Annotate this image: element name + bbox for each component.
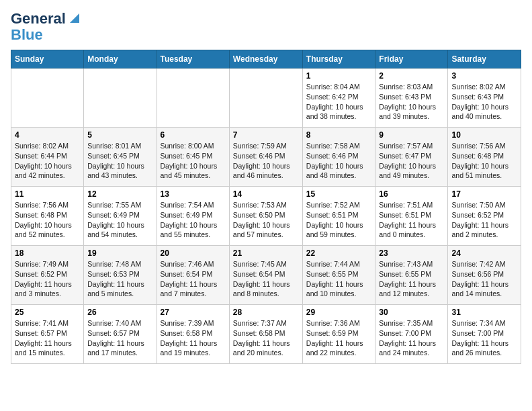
day-number: 2 [379, 71, 444, 81]
day-cell: 28Sunrise: 7:37 AM Sunset: 6:58 PM Dayli… [229, 305, 302, 364]
day-cell: 27Sunrise: 7:39 AM Sunset: 6:58 PM Dayli… [157, 305, 229, 364]
week-row-3: 11Sunrise: 7:56 AM Sunset: 6:48 PM Dayli… [11, 187, 521, 246]
day-header-sunday: Sunday [11, 50, 84, 68]
day-cell: 8Sunrise: 7:58 AM Sunset: 6:46 PM Daylig… [302, 128, 375, 187]
day-info: Sunrise: 7:35 AM Sunset: 7:00 PM Dayligh… [379, 318, 444, 358]
day-info: Sunrise: 7:45 AM Sunset: 6:54 PM Dayligh… [233, 259, 299, 299]
day-cell: 26Sunrise: 7:40 AM Sunset: 6:57 PM Dayli… [84, 305, 157, 364]
day-info: Sunrise: 7:58 AM Sunset: 6:46 PM Dayligh… [306, 141, 372, 181]
day-cell: 10Sunrise: 7:56 AM Sunset: 6:48 PM Dayli… [448, 128, 521, 187]
day-number: 14 [233, 189, 299, 199]
day-info: Sunrise: 7:43 AM Sunset: 6:55 PM Dayligh… [379, 259, 444, 299]
day-cell: 12Sunrise: 7:55 AM Sunset: 6:49 PM Dayli… [84, 187, 157, 246]
day-info: Sunrise: 7:50 AM Sunset: 6:52 PM Dayligh… [451, 200, 517, 240]
day-number: 11 [15, 189, 80, 199]
day-cell: 13Sunrise: 7:54 AM Sunset: 6:49 PM Dayli… [157, 187, 229, 246]
day-cell: 29Sunrise: 7:36 AM Sunset: 6:59 PM Dayli… [302, 305, 375, 364]
day-info: Sunrise: 7:48 AM Sunset: 6:53 PM Dayligh… [87, 259, 152, 299]
day-number: 5 [87, 130, 152, 140]
day-info: Sunrise: 7:42 AM Sunset: 6:56 PM Dayligh… [451, 259, 517, 299]
day-number: 4 [15, 130, 80, 140]
day-number: 18 [15, 248, 80, 258]
day-header-wednesday: Wednesday [229, 50, 302, 68]
day-number: 29 [306, 308, 372, 317]
week-row-2: 4Sunrise: 8:02 AM Sunset: 6:44 PM Daylig… [11, 128, 521, 187]
day-cell [229, 68, 302, 128]
day-info: Sunrise: 8:03 AM Sunset: 6:43 PM Dayligh… [379, 82, 444, 122]
day-number: 22 [306, 248, 372, 258]
day-info: Sunrise: 7:57 AM Sunset: 6:47 PM Dayligh… [379, 141, 444, 181]
day-number: 20 [161, 248, 226, 258]
day-cell [11, 68, 84, 128]
page-header: General Blue [11, 11, 521, 43]
day-info: Sunrise: 7:54 AM Sunset: 6:49 PM Dayligh… [161, 200, 226, 240]
day-number: 17 [451, 189, 517, 199]
day-cell: 18Sunrise: 7:49 AM Sunset: 6:52 PM Dayli… [11, 246, 84, 305]
logo-icon [67, 12, 79, 24]
day-cell: 25Sunrise: 7:41 AM Sunset: 6:57 PM Dayli… [11, 305, 84, 364]
day-cell: 24Sunrise: 7:42 AM Sunset: 6:56 PM Dayli… [448, 246, 521, 305]
day-info: Sunrise: 7:40 AM Sunset: 6:57 PM Dayligh… [87, 318, 152, 358]
day-info: Sunrise: 7:39 AM Sunset: 6:58 PM Dayligh… [161, 318, 226, 358]
day-info: Sunrise: 7:59 AM Sunset: 6:46 PM Dayligh… [233, 141, 299, 181]
day-number: 16 [379, 189, 444, 199]
day-info: Sunrise: 7:53 AM Sunset: 6:50 PM Dayligh… [233, 200, 299, 240]
day-number: 21 [233, 248, 299, 258]
day-cell: 20Sunrise: 7:46 AM Sunset: 6:54 PM Dayli… [157, 246, 229, 305]
day-cell: 6Sunrise: 8:00 AM Sunset: 6:45 PM Daylig… [157, 128, 229, 187]
day-number: 30 [379, 308, 444, 317]
week-row-4: 18Sunrise: 7:49 AM Sunset: 6:52 PM Dayli… [11, 246, 521, 305]
day-header-thursday: Thursday [302, 50, 375, 68]
day-header-saturday: Saturday [448, 50, 521, 68]
day-number: 13 [161, 189, 226, 199]
day-number: 28 [233, 308, 299, 317]
day-number: 31 [451, 308, 517, 317]
day-info: Sunrise: 7:37 AM Sunset: 6:58 PM Dayligh… [233, 318, 299, 358]
day-number: 26 [87, 308, 152, 317]
day-cell: 9Sunrise: 7:57 AM Sunset: 6:47 PM Daylig… [375, 128, 448, 187]
day-number: 8 [306, 130, 372, 140]
day-cell: 17Sunrise: 7:50 AM Sunset: 6:52 PM Dayli… [448, 187, 521, 246]
day-info: Sunrise: 8:04 AM Sunset: 6:42 PM Dayligh… [306, 82, 372, 122]
day-number: 27 [161, 308, 226, 317]
day-cell: 23Sunrise: 7:43 AM Sunset: 6:55 PM Dayli… [375, 246, 448, 305]
logo: General Blue [11, 11, 79, 43]
day-number: 7 [233, 130, 299, 140]
days-header-row: SundayMondayTuesdayWednesdayThursdayFrid… [11, 50, 521, 68]
day-cell: 22Sunrise: 7:44 AM Sunset: 6:55 PM Dayli… [302, 246, 375, 305]
day-cell: 15Sunrise: 7:52 AM Sunset: 6:51 PM Dayli… [302, 187, 375, 246]
day-info: Sunrise: 7:56 AM Sunset: 6:48 PM Dayligh… [15, 200, 80, 240]
day-number: 9 [379, 130, 444, 140]
day-number: 23 [379, 248, 444, 258]
logo-text-general: General [11, 11, 66, 27]
day-number: 12 [87, 189, 152, 199]
day-cell: 30Sunrise: 7:35 AM Sunset: 7:00 PM Dayli… [375, 305, 448, 364]
day-cell: 16Sunrise: 7:51 AM Sunset: 6:51 PM Dayli… [375, 187, 448, 246]
day-cell: 5Sunrise: 8:01 AM Sunset: 6:45 PM Daylig… [84, 128, 157, 187]
week-row-1: 1Sunrise: 8:04 AM Sunset: 6:42 PM Daylig… [11, 68, 521, 128]
day-cell: 4Sunrise: 8:02 AM Sunset: 6:44 PM Daylig… [11, 128, 84, 187]
day-cell: 11Sunrise: 7:56 AM Sunset: 6:48 PM Dayli… [11, 187, 84, 246]
day-info: Sunrise: 7:49 AM Sunset: 6:52 PM Dayligh… [15, 259, 80, 299]
day-number: 24 [451, 248, 517, 258]
day-number: 19 [87, 248, 152, 258]
day-cell: 1Sunrise: 8:04 AM Sunset: 6:42 PM Daylig… [302, 68, 375, 128]
day-info: Sunrise: 7:52 AM Sunset: 6:51 PM Dayligh… [306, 200, 372, 240]
day-info: Sunrise: 7:55 AM Sunset: 6:49 PM Dayligh… [87, 200, 152, 240]
day-number: 10 [451, 130, 517, 140]
day-info: Sunrise: 7:34 AM Sunset: 7:00 PM Dayligh… [451, 318, 517, 358]
day-number: 3 [451, 71, 517, 81]
day-cell [84, 68, 157, 128]
day-number: 25 [15, 308, 80, 317]
day-info: Sunrise: 8:00 AM Sunset: 6:45 PM Dayligh… [161, 141, 226, 181]
day-info: Sunrise: 7:44 AM Sunset: 6:55 PM Dayligh… [306, 259, 372, 299]
day-cell: 21Sunrise: 7:45 AM Sunset: 6:54 PM Dayli… [229, 246, 302, 305]
day-info: Sunrise: 8:01 AM Sunset: 6:45 PM Dayligh… [87, 141, 152, 181]
day-info: Sunrise: 7:36 AM Sunset: 6:59 PM Dayligh… [306, 318, 372, 358]
day-header-tuesday: Tuesday [157, 50, 229, 68]
day-cell: 2Sunrise: 8:03 AM Sunset: 6:43 PM Daylig… [375, 68, 448, 128]
day-header-monday: Monday [84, 50, 157, 68]
day-cell: 7Sunrise: 7:59 AM Sunset: 6:46 PM Daylig… [229, 128, 302, 187]
logo-text-blue: Blue [11, 27, 43, 43]
day-info: Sunrise: 7:46 AM Sunset: 6:54 PM Dayligh… [161, 259, 226, 299]
